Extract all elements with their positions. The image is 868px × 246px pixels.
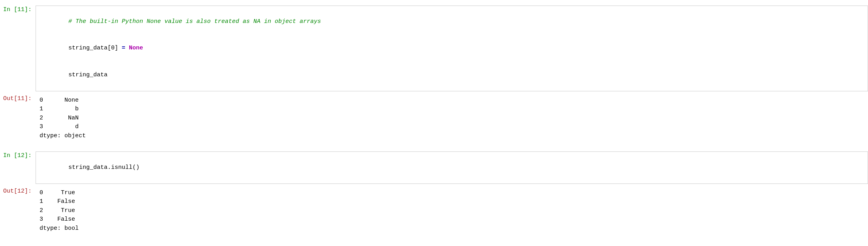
output-row-3: 3 d bbox=[40, 123, 86, 132]
cell-11-out-label: Out[11]: bbox=[0, 95, 36, 104]
cell-11: In [11]: # The built-in Python None valu… bbox=[0, 4, 868, 143]
cell-11-in-label: In [11]: bbox=[0, 6, 36, 15]
out-row-dtype: dtype: bool bbox=[40, 224, 79, 233]
cell-12-input-row: In [12]: string_data.isnull() bbox=[0, 150, 868, 185]
code-line-2: string_data[0] = None bbox=[40, 35, 864, 62]
gap-between-cells bbox=[0, 143, 868, 150]
out-row-2: 2 True bbox=[40, 206, 79, 216]
output-row-0: 0 None bbox=[40, 96, 86, 105]
cell-12: In [12]: string_data.isnull() Out[12]: 0… bbox=[0, 150, 868, 235]
out-row-3: 3 False bbox=[40, 215, 79, 224]
cell-11-input-row: In [11]: # The built-in Python None valu… bbox=[0, 4, 868, 93]
output-row-1: 1 b bbox=[40, 105, 86, 114]
code-line-comment: # The built-in Python None value is also… bbox=[40, 8, 864, 35]
cell-12-output: 0 True 1 False 2 True 3 False dtype: boo… bbox=[36, 187, 83, 235]
out-row-1: 1 False bbox=[40, 197, 79, 206]
code-line-3: string_data bbox=[40, 62, 864, 89]
output-row-dtype: dtype: object bbox=[40, 132, 86, 141]
cell-11-output-row: Out[11]: 0 None 1 b 2 NaN 3 d dtype: obj… bbox=[0, 94, 868, 143]
code-line-isnull: string_data.isnull() bbox=[40, 154, 864, 181]
out-row-0: 0 True bbox=[40, 189, 79, 198]
cell-12-in-label: In [12]: bbox=[0, 151, 36, 161]
cell-11-input[interactable]: # The built-in Python None value is also… bbox=[36, 6, 868, 91]
cell-11-output: 0 None 1 b 2 NaN 3 d dtype: object bbox=[36, 95, 90, 142]
output-row-2: 2 NaN bbox=[40, 114, 86, 123]
cell-12-out-label: Out[12]: bbox=[0, 187, 36, 196]
cell-12-output-row: Out[12]: 0 True 1 False 2 True 3 False d… bbox=[0, 186, 868, 236]
cell-12-input[interactable]: string_data.isnull() bbox=[36, 151, 868, 184]
